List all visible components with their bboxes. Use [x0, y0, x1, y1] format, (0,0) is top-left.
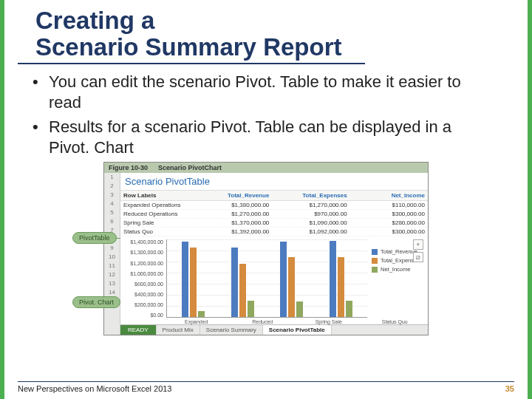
figure-label: Figure 10-30	[109, 164, 148, 171]
sheet-tabs: READY Product Mix Scenario Summary Scena…	[120, 324, 428, 335]
bullet-list: You can edit the scenario Pivot. Table t…	[15, 72, 517, 157]
bar	[248, 301, 254, 317]
x-axis-labels: Expanded Reduced Spring Sale Status Quo	[120, 319, 428, 324]
title-line-1: Creating a	[35, 7, 154, 34]
figure-caption: Scenario PivotChart	[158, 164, 222, 171]
sheet-tab[interactable]: Scenario Summary	[200, 325, 263, 335]
bullet-item: You can edit the scenario Pivot. Table t…	[49, 72, 494, 112]
figure-header: Figure 10-30 Scenario PivotChart	[104, 163, 428, 173]
footer-text: New Perspectives on Microsoft Excel 2013	[18, 384, 171, 393]
bar	[182, 242, 188, 318]
bar-group	[330, 241, 352, 317]
pivottable-title: Scenario PivotTable	[120, 173, 428, 190]
slide-footer: New Perspectives on Microsoft Excel 2013…	[18, 381, 514, 393]
table-row: Spring Sale $1,370,000.00 $1,090,000.00 …	[120, 219, 428, 228]
slide: Creating a Scenario Summary Report You c…	[0, 0, 532, 399]
bar	[198, 311, 205, 317]
sheet-tab-active[interactable]: Scenario PivotTable	[263, 325, 332, 335]
col-header: Net_Income	[350, 191, 428, 200]
bar	[288, 257, 295, 317]
bar	[330, 241, 336, 317]
bar	[190, 248, 197, 317]
table-row: Reduced Operations $1,270,000.00 $970,00…	[120, 210, 428, 219]
bar	[231, 248, 238, 317]
callout-pivottable: PivotTable	[72, 232, 117, 244]
filter-icon[interactable]: ⧄	[413, 252, 423, 262]
worksheet-area: Scenario PivotTable Row Labels Total_Rev…	[120, 173, 428, 335]
row-labels-header: Row Labels	[120, 191, 194, 200]
pivottable-header-row: Row Labels Total_Revenue Total_Expenses …	[120, 190, 428, 201]
title-line-2: Scenario Summary Report	[35, 33, 341, 61]
bar	[338, 257, 344, 317]
chart-plot-area	[166, 239, 367, 318]
bar-group	[182, 242, 205, 318]
figure-screenshot: Figure 10-30 Scenario PivotChart 1234567…	[103, 162, 429, 335]
bar	[346, 301, 352, 317]
pivot-chart: + ⧄ $1,400,000.00 $1,300,000.00 $1,200,0…	[120, 236, 428, 319]
y-axis-ticks: $1,400,000.00 $1,300,000.00 $1,200,000.0…	[123, 239, 166, 318]
bar	[296, 301, 303, 317]
table-row: Expanded Operations $1,380,000.00 $1,270…	[120, 201, 428, 210]
page-number: 35	[505, 384, 514, 393]
row-gutter: 1234567 89101112131415	[104, 173, 120, 335]
bar	[280, 242, 287, 317]
table-row: Status Quo $1,392,000.00 $1,092,000.00 $…	[120, 228, 428, 236]
col-header: Total_Expenses	[272, 191, 349, 200]
bar	[239, 264, 246, 317]
sheet-tab[interactable]: Product Mix	[157, 325, 200, 335]
slide-title: Creating a Scenario Summary Report	[18, 0, 365, 64]
bar-group	[231, 248, 254, 317]
bar-group	[280, 242, 303, 317]
callout-pivotchart: Pivot. Chart	[72, 296, 120, 308]
col-header: Total_Revenue	[194, 191, 272, 200]
status-ready: READY	[120, 325, 157, 335]
chart-side-controls: + ⧄	[413, 239, 425, 265]
bullet-item: Results for a scenario Pivot. Table can …	[49, 117, 494, 157]
plus-icon[interactable]: +	[413, 239, 423, 250]
